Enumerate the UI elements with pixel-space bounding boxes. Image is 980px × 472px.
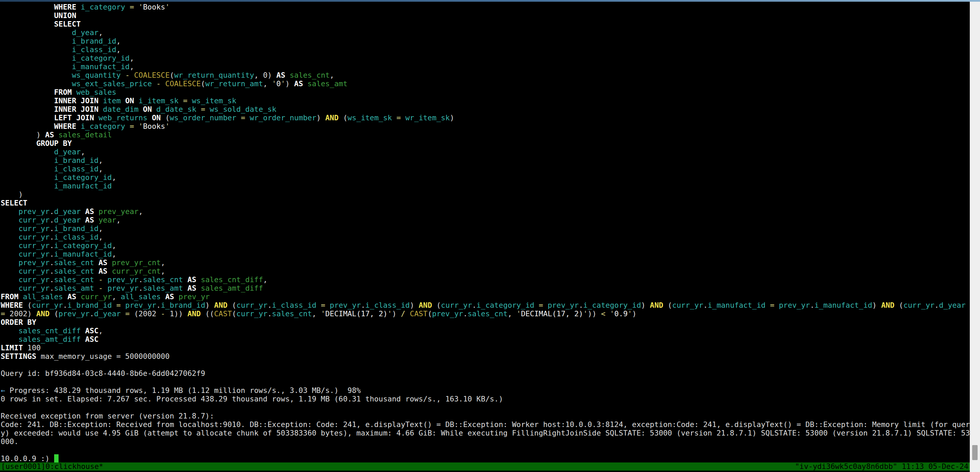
token-d [1, 37, 72, 45]
token-d [161, 292, 165, 301]
token-a: curr_yr [81, 292, 112, 301]
token-d: y) exceeded: would use 4.95 GiB (attempt… [1, 429, 970, 437]
terminal-line: INNER JOIN date_dim ON d_date_sk = ws_so… [1, 105, 970, 113]
token-i: prev_yr [779, 301, 810, 309]
prompt-line[interactable]: 10.0.0.9 :) [1, 454, 970, 462]
terminal-line: y) exceeded: would use 4.95 GiB (attempt… [1, 429, 970, 437]
token-k: LEFT JOIN [54, 113, 94, 122]
token-d [1, 11, 54, 20]
token-k: WHERE [54, 3, 76, 11]
token-y: AND [325, 113, 339, 122]
terminal-output[interactable]: WHERE i_category = 'Books' UNION SELECT … [0, 2, 970, 462]
token-d [121, 71, 125, 80]
scrollbar-thumb[interactable] [972, 445, 978, 460]
token-d [81, 216, 85, 224]
terminal-line: SELECT [1, 199, 970, 207]
terminal-line [1, 360, 970, 369]
token-d: ) [317, 113, 325, 122]
token-i: i_category_id [476, 301, 534, 309]
token-d: , [263, 275, 267, 284]
token-d [605, 309, 610, 318]
token-d [107, 258, 112, 267]
token-d: ( [23, 301, 32, 309]
tmux-window-label[interactable]: [user0001]0:clickhouse* [1, 462, 103, 470]
token-o: - [156, 80, 161, 88]
token-d [121, 309, 125, 318]
token-d: . [934, 301, 939, 309]
terminal-line [1, 446, 970, 454]
terminal-line: prev_yr.sales_cnt AS prev_yr_cnt, [1, 258, 970, 267]
token-q: ' [138, 3, 143, 11]
token-d: . [50, 284, 54, 292]
token-d [134, 96, 138, 105]
token-d: max_memory_usage = 5000000000 [36, 352, 170, 360]
token-d: , [161, 267, 165, 275]
token-i: curr_yr [18, 267, 49, 275]
token-d: , [112, 241, 116, 250]
token-q: ' [281, 80, 285, 88]
token-k: FROM [1, 292, 18, 301]
token-a: curr_yr_cnt [112, 267, 161, 275]
token-i: ws_item_sk [348, 113, 392, 122]
token-d [125, 122, 130, 131]
token-k: INNER JOIN [54, 105, 99, 113]
token-d [1, 122, 54, 131]
token-d: . [138, 275, 143, 284]
token-d: ) [1, 131, 45, 139]
token-d [196, 105, 201, 113]
token-i: curr_yr [236, 309, 267, 318]
token-y: AND [650, 301, 663, 309]
token-i: sales_amt_diff [18, 335, 81, 343]
terminal-line: Code: 241. DB::Exception: Received from … [1, 420, 970, 429]
token-d [18, 292, 23, 301]
token-d: , [161, 258, 165, 267]
token-i: i_brand_id [161, 301, 205, 309]
token-d: , [116, 45, 121, 54]
terminal-line: i_class_id, [1, 164, 970, 173]
terminal-line: d_year, [1, 148, 970, 156]
token-d [178, 96, 183, 105]
token-d: . [50, 233, 54, 241]
token-d [1, 96, 54, 105]
token-k: LIMIT [1, 343, 23, 352]
scrollbar-track[interactable] [970, 2, 980, 472]
token-i: i_manufact_id [815, 301, 872, 309]
token-k: WHERE [1, 301, 23, 309]
token-a: sales_cnt [290, 71, 330, 80]
token-d [183, 284, 187, 292]
token-f: CAST [214, 309, 232, 318]
token-d [72, 88, 76, 96]
token-b: ← [1, 386, 5, 395]
text-cursor[interactable] [54, 454, 59, 462]
token-d: ( [428, 309, 432, 318]
terminal-line: curr_yr.sales_amt - prev_yr.sales_amt AS… [1, 284, 970, 292]
terminal-line [1, 378, 970, 386]
token-i: i_manufact_id [54, 250, 112, 258]
token-s: Books [143, 3, 165, 11]
token-i: i_class_id [365, 301, 410, 309]
terminal-line: 000. [1, 437, 970, 446]
token-d: , [112, 250, 116, 258]
token-d [1, 284, 18, 292]
token-i: i_brand_id [54, 224, 99, 233]
token-d: , [329, 71, 334, 80]
token-d [94, 258, 99, 267]
token-a: sales_cnt_diff [201, 275, 263, 284]
token-i: prev_yr [547, 301, 579, 309]
token-k: AS [277, 71, 285, 80]
terminal-line: curr_yr.i_manufact_id, [1, 250, 970, 258]
token-k: AS [99, 267, 107, 275]
token-d: . [50, 224, 54, 233]
token-i: i_category_id [54, 241, 112, 250]
token-k: ON [125, 96, 134, 105]
token-i: sales_cnt [54, 267, 94, 275]
token-d [534, 301, 539, 309]
token-i: curr_yr [672, 301, 703, 309]
token-i: d_year [939, 301, 966, 309]
token-o: / [401, 309, 405, 318]
token-d: ( [50, 309, 59, 318]
token-i: curr_yr [18, 224, 49, 233]
token-k: ASC [85, 327, 99, 335]
token-d [1, 45, 72, 54]
token-i: i_manufact_id [54, 182, 112, 190]
